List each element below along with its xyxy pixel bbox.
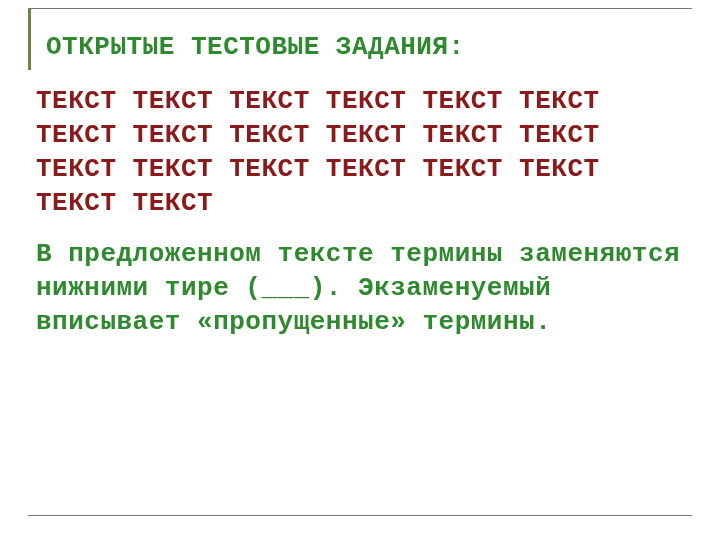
heading: ОТКРЫТЫЕ ТЕСТОВЫЕ ЗАДАНИЯ: <box>46 32 684 63</box>
slide: ОТКРЫТЫЕ ТЕСТОВЫЕ ЗАДАНИЯ: ТЕКСТ ТЕКСТ Т… <box>0 0 720 540</box>
top-divider <box>28 8 692 9</box>
instruction-text: В предложенном тексте термины заменяются… <box>36 238 684 339</box>
heading-accent-bar <box>28 8 31 70</box>
sample-text: ТЕКСТ ТЕКСТ ТЕКСТ ТЕКСТ ТЕКСТ ТЕКСТ ТЕКС… <box>36 85 684 220</box>
bottom-divider <box>28 515 692 516</box>
